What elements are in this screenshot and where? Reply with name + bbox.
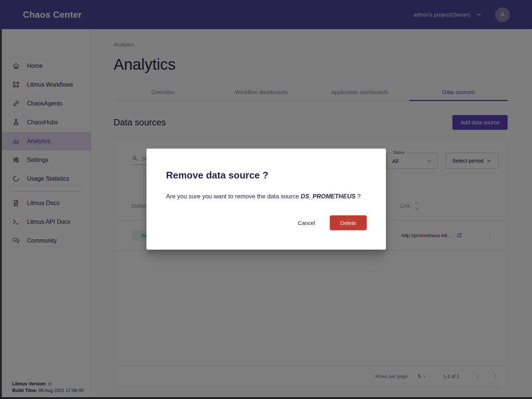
dialog-title: Remove data source ? — [166, 170, 367, 181]
cancel-button[interactable]: Cancel — [298, 220, 315, 226]
delete-button[interactable]: Delete — [330, 215, 367, 230]
remove-data-source-dialog: Remove data source ? Are you sure you wa… — [146, 149, 386, 250]
dialog-message: Are you sure you want to remove the data… — [166, 193, 367, 200]
data-source-name: DS_PROMETHEUS — [301, 193, 356, 200]
